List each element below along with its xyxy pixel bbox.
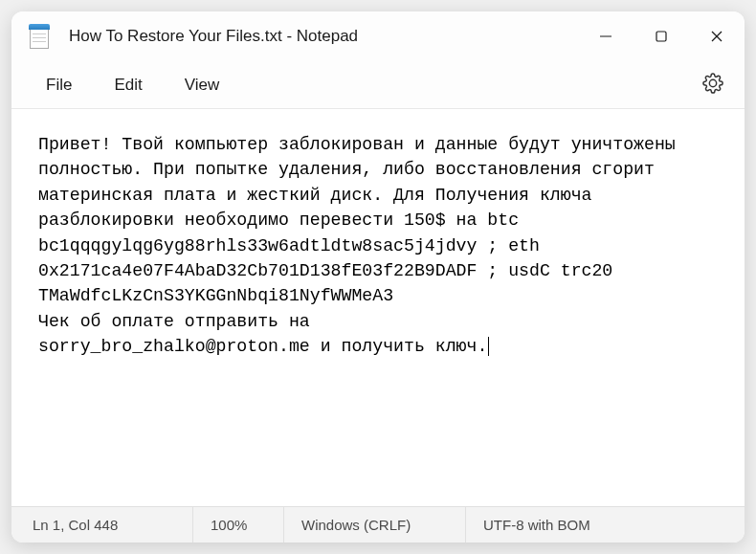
text-editor-area[interactable]: Привет! Твой компьютер заблокирован и да… (11, 109, 745, 506)
menu-view[interactable]: View (164, 68, 241, 102)
status-line-ending: Windows (CRLF) (284, 507, 466, 543)
status-encoding: UTF-8 with BOM (466, 507, 745, 543)
status-cursor-position: Ln 1, Col 448 (11, 507, 193, 543)
titlebar: How To Restore Your Files.txt - Notepad (11, 11, 745, 61)
menu-edit[interactable]: Edit (93, 68, 163, 102)
minimize-button[interactable] (578, 11, 634, 61)
statusbar: Ln 1, Col 448 100% Windows (CRLF) UTF-8 … (11, 506, 745, 543)
menubar: File Edit View (11, 61, 745, 109)
status-zoom[interactable]: 100% (193, 507, 284, 543)
notepad-window: How To Restore Your Files.txt - Notepad … (11, 11, 745, 543)
svg-rect-1 (656, 32, 666, 41)
text-caret (488, 337, 489, 356)
maximize-button[interactable] (634, 11, 689, 61)
gear-icon (702, 73, 723, 94)
menu-file[interactable]: File (25, 68, 93, 102)
notepad-icon (29, 24, 50, 49)
document-text: Привет! Твой компьютер заблокирован и да… (38, 135, 686, 356)
settings-button[interactable] (693, 67, 733, 103)
window-controls (578, 11, 745, 61)
close-button[interactable] (689, 11, 745, 61)
window-title: How To Restore Your Files.txt - Notepad (69, 27, 578, 46)
